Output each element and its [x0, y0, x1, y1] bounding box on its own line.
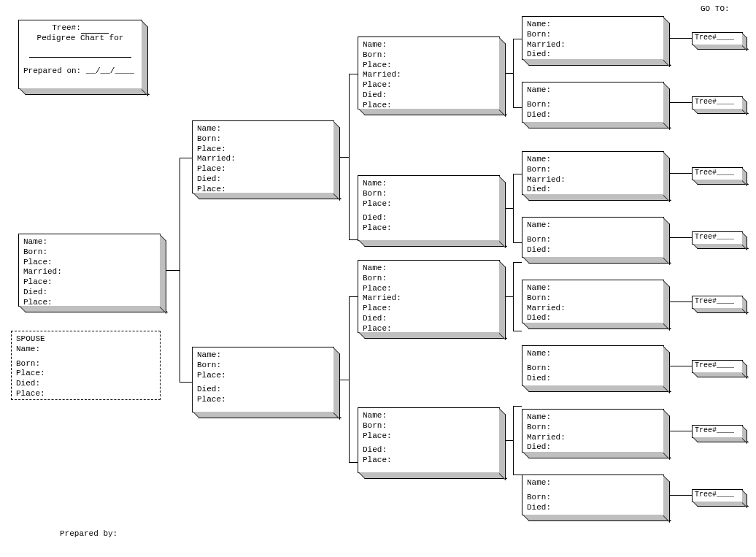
field-place: Place:: [363, 431, 495, 442]
prepared-by-label: Prepared by:: [60, 529, 117, 538]
field-died: Died:: [363, 314, 495, 324]
field-place: Place:: [16, 369, 155, 379]
goto-tree-8: Tree#____: [692, 489, 743, 502]
field-married: Married:: [527, 40, 659, 50]
tree-ref-label: Tree#____: [695, 34, 734, 42]
field-name: Name:: [527, 283, 659, 293]
field-died: Died:: [527, 442, 659, 453]
person-box-gen4-8: Name: Born: Died:: [522, 475, 664, 515]
field-name: Name:: [363, 411, 495, 421]
field-place: Place:: [197, 145, 329, 155]
field-died: Died:: [527, 374, 659, 384]
field-name: Name:: [527, 412, 659, 423]
field-born: Born:: [16, 359, 155, 369]
field-place: Place:: [23, 258, 155, 268]
person-box-gen3-1: Name: Born: Place: Married: Place: Died:…: [358, 37, 500, 110]
goto-header: GO TO:: [701, 4, 730, 13]
field-born: Born:: [527, 364, 659, 374]
field-died: Died:: [363, 445, 495, 456]
field-married: Married:: [527, 175, 659, 185]
field-died: Died:: [23, 288, 155, 298]
field-born: Born:: [527, 293, 659, 304]
field-married: Married:: [23, 267, 155, 277]
field-place: Place:: [363, 223, 495, 234]
field-born: Born:: [363, 274, 495, 284]
person-box-gen1: Name: Born: Place: Married: Place: Died:…: [18, 234, 161, 307]
field-place: Place:: [363, 61, 495, 71]
field-name: Name:: [527, 85, 659, 96]
field-place: Place:: [363, 199, 495, 210]
field-born: Born:: [23, 247, 155, 258]
field-born: Born:: [527, 423, 659, 433]
person-box-gen3-3: Name: Born: Place: Married: Place: Died:…: [358, 260, 500, 333]
field-name: Name:: [527, 478, 659, 488]
field-place: Place:: [23, 277, 155, 288]
field-died: Died:: [16, 379, 155, 389]
field-place: Place:: [363, 324, 495, 334]
spouse-box: SPOUSE Name: Born: Place: Died: Place:: [11, 331, 161, 400]
field-place: Place:: [363, 284, 495, 294]
header-card: Tree#: Pedigree Chart for Prepared on: _…: [18, 20, 142, 89]
field-place: Place:: [197, 164, 329, 174]
spouse-label: SPOUSE: [16, 334, 155, 345]
field-name: Name:: [197, 350, 329, 361]
field-died: Died:: [363, 213, 495, 223]
field-born: Born:: [527, 100, 659, 110]
field-born: Born:: [197, 134, 329, 145]
person-box-gen4-4: Name: Born: Died:: [522, 217, 664, 258]
field-place: Place:: [197, 185, 329, 195]
field-name: Name:: [527, 220, 659, 231]
field-married: Married:: [363, 70, 495, 80]
tree-ref-label: Tree#____: [695, 426, 734, 434]
field-name: Name:: [23, 237, 155, 247]
goto-tree-1: Tree#____: [692, 32, 743, 45]
field-married: Married:: [197, 154, 329, 164]
field-born: Born:: [527, 30, 659, 40]
person-box-gen2-father: Name: Born: Place: Married: Place: Died:…: [192, 120, 334, 193]
person-box-gen4-3: Name: Born: Married: Died:: [522, 151, 664, 195]
field-place: Place:: [197, 395, 329, 405]
field-died: Died:: [197, 174, 329, 185]
person-box-gen3-2: Name: Born: Place: Died: Place:: [358, 175, 500, 241]
person-box-gen4-6: Name: Born: Died:: [522, 345, 664, 386]
tree-number-label: Tree#:: [52, 23, 81, 32]
field-died: Died:: [527, 503, 659, 513]
field-born: Born:: [527, 165, 659, 175]
prepared-on-line: Prepared on: __/__/____: [23, 66, 137, 77]
goto-tree-6: Tree#____: [692, 360, 743, 373]
field-born: Born:: [363, 421, 495, 431]
field-place: Place:: [363, 80, 495, 91]
field-place: Place:: [363, 304, 495, 314]
field-place: Place:: [363, 456, 495, 466]
field-died: Died:: [527, 185, 659, 195]
field-place: Place:: [363, 101, 495, 111]
field-born: Born:: [363, 50, 495, 61]
goto-tree-4: Tree#____: [692, 231, 743, 245]
person-box-gen3-4: Name: Born: Place: Died: Place:: [358, 407, 500, 473]
field-died: Died:: [527, 245, 659, 256]
tree-ref-label: Tree#____: [695, 233, 734, 241]
field-married: Married:: [527, 304, 659, 314]
field-name: Name:: [527, 349, 659, 359]
tree-ref-label: Tree#____: [695, 169, 734, 177]
tree-ref-label: Tree#____: [695, 361, 734, 369]
field-married: Married:: [527, 433, 659, 443]
goto-tree-2: Tree#____: [692, 96, 743, 110]
field-died: Died:: [197, 385, 329, 395]
field-place: Place:: [16, 389, 155, 399]
field-name: Name:: [16, 345, 155, 355]
field-name: Name:: [527, 155, 659, 165]
person-box-gen4-7: Name: Born: Married: Died:: [522, 409, 664, 453]
field-place: Place:: [23, 298, 155, 308]
field-born: Born:: [527, 493, 659, 503]
person-box-gen4-2: Name: Born: Died:: [522, 82, 664, 123]
field-name: Name:: [197, 124, 329, 134]
tree-ref-label: Tree#____: [695, 491, 734, 499]
field-name: Name:: [527, 20, 659, 30]
field-name: Name:: [363, 179, 495, 189]
person-box-gen4-1: Name: Born: Married: Died:: [522, 16, 664, 60]
field-died: Died:: [527, 50, 659, 60]
field-died: Died:: [363, 91, 495, 101]
field-married: Married:: [363, 293, 495, 304]
field-name: Name:: [363, 40, 495, 50]
